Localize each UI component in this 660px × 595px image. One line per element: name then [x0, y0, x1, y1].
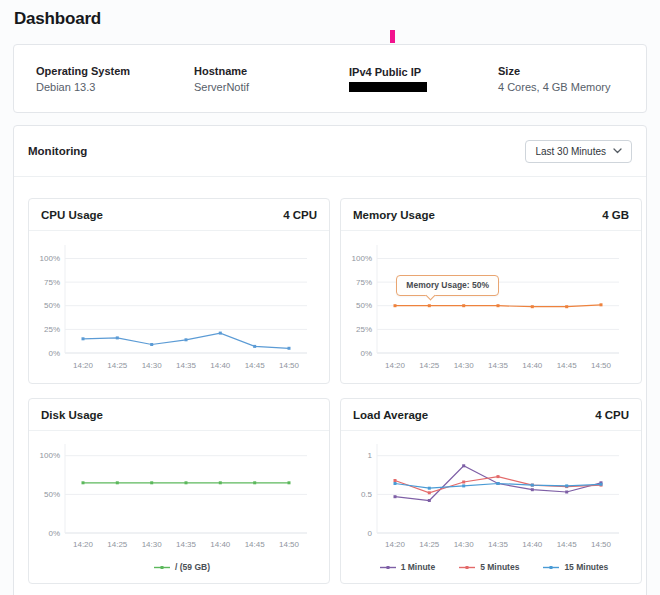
- chart-unit-label: 4 CPU: [595, 409, 629, 421]
- monitoring-title: Monitoring: [28, 145, 87, 157]
- svg-text:14:50: 14:50: [279, 361, 300, 370]
- chart-header: CPU Usage 4 CPU: [29, 199, 329, 231]
- disk-usage-chart[interactable]: 0%50%100%14:2014:2514:3014:3514:4014:451…: [29, 431, 329, 583]
- chart-card-memory-usage: Memory Usage 4 GB 0%25%50%75%100%14:2014…: [340, 198, 642, 384]
- svg-text:14:45: 14:45: [245, 540, 266, 549]
- disk-usage-chart-canvas[interactable]: 0%50%100%14:2014:2514:3014:3514:4014:451…: [35, 435, 313, 555]
- monitoring-card: Monitoring Last 30 Minutes CPU Usage 4 C…: [13, 125, 647, 595]
- load-average-chart[interactable]: 00.5114:2014:2514:3014:3514:4014:4514:50…: [341, 431, 641, 583]
- legend-marker-icon: [543, 564, 559, 571]
- svg-text:14:50: 14:50: [591, 540, 612, 549]
- svg-text:14:50: 14:50: [591, 361, 612, 370]
- info-value: 4 Cores, 4 GB Memory: [498, 81, 610, 93]
- svg-text:14:40: 14:40: [210, 361, 231, 370]
- chart-legend: / (59 GB): [35, 562, 329, 572]
- chart-title: Memory Usage: [353, 209, 435, 221]
- svg-text:0%: 0%: [48, 529, 60, 538]
- cursor-caret: [390, 30, 395, 43]
- time-range-value: Last 30 Minutes: [535, 146, 606, 157]
- chevron-down-icon: [613, 148, 622, 154]
- chart-title: Load Average: [353, 409, 428, 421]
- time-range-select[interactable]: Last 30 Minutes: [525, 140, 632, 163]
- redacted-ip-value: [349, 82, 427, 92]
- info-item-ipv4-public-ip: IPv4 Public IP: [349, 66, 498, 92]
- svg-text:50%: 50%: [44, 301, 60, 310]
- legend-item: 5 Minutes: [459, 562, 519, 572]
- svg-text:14:25: 14:25: [107, 540, 128, 549]
- svg-text:14:45: 14:45: [557, 361, 578, 370]
- chart-header: Memory Usage 4 GB: [341, 199, 641, 231]
- info-item-hostname: Hostname ServerNotif: [194, 65, 349, 93]
- svg-text:14:30: 14:30: [142, 540, 163, 549]
- info-label: Hostname: [194, 65, 349, 77]
- svg-text:14:30: 14:30: [142, 361, 163, 370]
- svg-text:75%: 75%: [356, 278, 372, 287]
- info-label: Size: [498, 65, 610, 77]
- svg-text:14:40: 14:40: [522, 540, 543, 549]
- memory-usage-chart[interactable]: 0%25%50%75%100%14:2014:2514:3014:3514:40…: [341, 231, 641, 383]
- svg-text:14:25: 14:25: [107, 361, 128, 370]
- legend-label: / (59 GB): [175, 562, 210, 572]
- legend-item: 1 Minute: [380, 562, 435, 572]
- svg-text:0%: 0%: [360, 349, 372, 358]
- load-average-chart-canvas[interactable]: 00.5114:2014:2514:3014:3514:4014:4514:50: [347, 435, 625, 555]
- svg-text:50%: 50%: [44, 490, 60, 499]
- svg-text:14:45: 14:45: [557, 540, 578, 549]
- info-label: Operating System: [36, 65, 194, 77]
- svg-text:14:25: 14:25: [419, 540, 440, 549]
- svg-text:14:20: 14:20: [385, 540, 406, 549]
- info-card: Operating System Debian 13.3 Hostname Se…: [13, 44, 647, 113]
- chart-header: Load Average 4 CPU: [341, 399, 641, 431]
- chart-unit-label: 4 CPU: [283, 209, 317, 221]
- chart-card-disk-usage: Disk Usage 0%50%100%14:2014:2514:3014:35…: [28, 398, 330, 584]
- svg-text:14:20: 14:20: [73, 540, 94, 549]
- legend-label: 15 Minutes: [564, 562, 608, 572]
- svg-text:14:40: 14:40: [210, 540, 231, 549]
- svg-text:14:50: 14:50: [279, 540, 300, 549]
- cpu-usage-chart-canvas[interactable]: 0%25%50%75%100%14:2014:2514:3014:3514:40…: [35, 235, 313, 381]
- svg-text:0%: 0%: [48, 349, 60, 358]
- legend-marker-icon: [459, 564, 475, 571]
- svg-text:14:45: 14:45: [245, 361, 266, 370]
- svg-text:0: 0: [368, 529, 373, 538]
- legend-label: 5 Minutes: [480, 562, 519, 572]
- legend-marker-icon: [154, 564, 170, 571]
- svg-text:14:35: 14:35: [488, 361, 509, 370]
- svg-text:14:35: 14:35: [488, 540, 509, 549]
- svg-text:75%: 75%: [44, 278, 60, 287]
- svg-text:100%: 100%: [40, 254, 60, 263]
- page-title: Dashboard: [14, 9, 101, 29]
- svg-text:25%: 25%: [356, 325, 372, 334]
- legend-marker-icon: [380, 564, 396, 571]
- chart-card-load-average: Load Average 4 CPU 00.5114:2014:2514:301…: [340, 398, 642, 584]
- svg-text:100%: 100%: [40, 451, 60, 460]
- chart-legend: 1 Minute5 Minutes15 Minutes: [347, 562, 641, 572]
- legend-item: 15 Minutes: [543, 562, 608, 572]
- chart-unit-label: 4 GB: [602, 209, 629, 221]
- svg-text:100%: 100%: [352, 254, 372, 263]
- svg-text:14:30: 14:30: [454, 361, 475, 370]
- chart-tooltip: Memory Usage: 50%: [396, 275, 499, 296]
- svg-text:1: 1: [368, 451, 373, 460]
- svg-text:14:35: 14:35: [176, 540, 197, 549]
- info-label: IPv4 Public IP: [349, 66, 498, 78]
- legend-item: / (59 GB): [154, 562, 210, 572]
- info-item-operating-system: Operating System Debian 13.3: [36, 65, 194, 93]
- cpu-usage-chart[interactable]: 0%25%50%75%100%14:2014:2514:3014:3514:40…: [29, 231, 329, 383]
- info-item-size: Size 4 Cores, 4 GB Memory: [498, 65, 610, 93]
- svg-text:14:40: 14:40: [522, 361, 543, 370]
- monitoring-header: Monitoring Last 30 Minutes: [14, 126, 646, 177]
- svg-text:14:20: 14:20: [385, 361, 406, 370]
- svg-text:14:30: 14:30: [454, 540, 475, 549]
- chart-title: Disk Usage: [41, 409, 103, 421]
- legend-label: 1 Minute: [401, 562, 435, 572]
- svg-text:25%: 25%: [44, 325, 60, 334]
- chart-card-cpu-usage: CPU Usage 4 CPU 0%25%50%75%100%14:2014:2…: [28, 198, 330, 384]
- info-value: Debian 13.3: [36, 81, 194, 93]
- chart-title: CPU Usage: [41, 209, 103, 221]
- svg-text:14:25: 14:25: [419, 361, 440, 370]
- svg-text:14:35: 14:35: [176, 361, 197, 370]
- memory-usage-chart-canvas[interactable]: 0%25%50%75%100%14:2014:2514:3014:3514:40…: [347, 235, 625, 381]
- svg-text:50%: 50%: [356, 301, 372, 310]
- svg-text:14:20: 14:20: [73, 361, 94, 370]
